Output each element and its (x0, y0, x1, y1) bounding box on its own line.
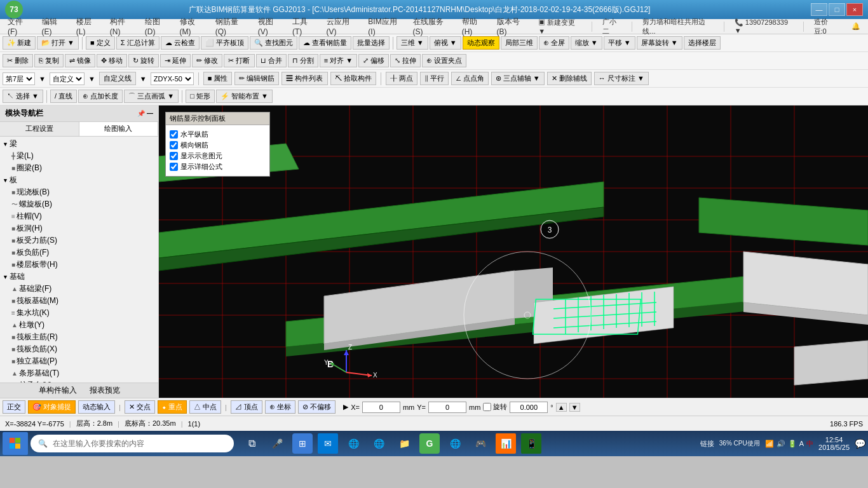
line-button[interactable]: / 直线 (50, 90, 77, 103)
three-d-button[interactable]: 三维 ▼ (397, 36, 428, 50)
zoom-button[interactable]: 缩放 ▼ (571, 36, 602, 50)
object-snap-button[interactable]: 🎯 对象捕捉 (28, 400, 76, 414)
close-button[interactable]: × (846, 3, 863, 16)
menu-draw[interactable]: 绘图(D) (140, 15, 175, 37)
tab-project-settings[interactable]: 工程设置 (0, 122, 79, 136)
menu-steel-qty[interactable]: 钢筋量(Q) (210, 15, 253, 37)
taskbar-icon-g[interactable]: G (419, 433, 440, 454)
stretch-button[interactable]: ⤡ 拉伸 (390, 54, 421, 67)
cross-steel-checkbox[interactable] (170, 141, 178, 149)
taskbar-icon-task-view[interactable]: ⧉ (241, 433, 262, 454)
mirror-button[interactable]: ⇌ 镜像 (65, 54, 95, 67)
three-axis-button[interactable]: ⊛ 三点辅轴 ▼ (491, 72, 545, 85)
maximize-button[interactable]: □ (829, 3, 845, 16)
single-component-tab[interactable]: 单构件输入 (39, 385, 77, 396)
start-button[interactable] (3, 432, 28, 455)
component-table-button[interactable]: ☰ 构件列表 (281, 72, 327, 85)
tree-item-tiaoxing[interactable]: ▲ 条形基础(T) (1, 367, 157, 379)
local-3d-button[interactable]: 局部三维 (501, 36, 538, 50)
menu-tools[interactable]: 工具(T) (287, 15, 322, 37)
dynamic-input-button[interactable]: 动态输入 (78, 400, 115, 414)
taskbar-icon-edge2[interactable]: 🌐 (369, 433, 389, 454)
smart-arrange-button[interactable]: ⚡ 智能布置 ▼ (216, 90, 273, 103)
tree-item-xianjiaob[interactable]: ■ 现浇板(B) (1, 186, 157, 198)
menu-wall-setting[interactable]: 剪力墙和暗柱共用边线... (637, 16, 718, 37)
offset-button[interactable]: ⤢ 偏移 (358, 54, 389, 67)
notification-icon[interactable]: 💬 (855, 438, 865, 449)
merge-button[interactable]: ⊔ 合并 (256, 54, 287, 67)
custom-line-button[interactable]: 自定义线 (99, 72, 136, 85)
pickup-button[interactable]: ⛏ 拾取构件 (330, 72, 376, 85)
delete-button[interactable]: ✂ 删除 (3, 54, 33, 67)
tree-item-loudaib[interactable]: ■ 楼层板带(H) (1, 259, 157, 271)
rect-button[interactable]: □ 矩形 (186, 90, 215, 103)
custom-select[interactable]: 自定义 (50, 72, 85, 85)
rotate-input[interactable] (510, 402, 548, 413)
zdyx-select[interactable]: ZDYX-50 (151, 72, 194, 85)
cloud-check-button[interactable]: ☁ 云检查 (161, 36, 200, 50)
tree-item-jichuliang[interactable]: ▲ 基础梁(F) (1, 283, 157, 295)
split-button[interactable]: ⊓ 分割 (288, 54, 318, 67)
menu-bim[interactable]: BIM应用(I) (363, 15, 407, 37)
del-aux-button[interactable]: ✕ 删除辅线 (547, 72, 592, 85)
flat-button[interactable]: ⬜ 平齐板顶 (201, 36, 248, 50)
minimize-button[interactable]: — (811, 3, 827, 16)
x-input[interactable] (362, 402, 400, 413)
taskbar-icon-explorer[interactable]: 📁 (394, 433, 414, 454)
coord-button[interactable]: ⊕ 坐标 (265, 400, 295, 414)
move-button[interactable]: ✥ 移动 (97, 54, 127, 67)
checkbox-show-formula[interactable]: 显示详细公式 (170, 161, 266, 172)
down-arrow[interactable]: ▼ (569, 403, 580, 412)
report-preview-tab[interactable]: 报表预览 (90, 385, 120, 396)
tree-item-banshouli[interactable]: ■ 板受力筋(S) (1, 234, 157, 247)
modify-button[interactable]: ✏ 修改 (192, 54, 222, 67)
time-block[interactable]: 12:54 2018/5/25 (818, 436, 850, 451)
viewport[interactable]: 3 B Z Y X 钢筋显示控制面板 (159, 105, 868, 398)
menu-cloud[interactable]: 云应用(V) (322, 15, 363, 37)
checkbox-horizontal-steel[interactable]: 水平纵筋 (170, 129, 266, 140)
fullscreen-button[interactable]: ⊕ 全屏 (539, 36, 569, 50)
tree-item-zhum[interactable]: ≡ 柱帽(V) (1, 210, 157, 222)
tree-group-foundation[interactable]: ▼ 基础 (1, 271, 157, 283)
parallel-button[interactable]: ∥ 平行 (420, 72, 449, 85)
break-button[interactable]: ✂ 打断 (224, 54, 254, 67)
vertex-button[interactable]: ⊿ 顶点 (231, 400, 262, 414)
screen-rotate-button[interactable]: 屏幕旋转 ▼ (637, 36, 682, 50)
tree-item-zhudun[interactable]: ▲ 柱墩(Y) (1, 319, 157, 331)
menu-modify[interactable]: 修改(M) (175, 15, 210, 37)
y-input[interactable] (428, 402, 466, 413)
intersection-button[interactable]: ✕ 交点 (125, 400, 155, 414)
set-point-button[interactable]: ⊕ 设置夹点 (422, 54, 466, 67)
ortho-button[interactable]: 正交 (3, 400, 25, 414)
menu-bell[interactable]: 🔔 (846, 21, 865, 32)
tree-item-liang[interactable]: ╋ 梁(L) (1, 150, 157, 162)
tree-group-beam[interactable]: ▼ 梁 (1, 138, 157, 150)
menu-phone[interactable]: 📞 13907298339 ▼ (729, 17, 798, 36)
tree-item-fazhujin[interactable]: ■ 筏板主筋(R) (1, 331, 157, 343)
rotate-button[interactable]: ↻ 旋转 (128, 54, 159, 67)
tree-item-duli[interactable]: ■ 独立基础(P) (1, 355, 157, 367)
menu-price-bean[interactable]: 造价豆:0 (809, 16, 844, 37)
up-arrow[interactable]: ▲ (556, 403, 567, 412)
open-button[interactable]: 📂 打开 ▼ (37, 36, 79, 50)
endpoint-button[interactable]: ⬥ 重点 (158, 400, 187, 414)
taskbar-icon-ie[interactable]: 🌐 (445, 433, 465, 454)
menu-floor[interactable]: 楼层(L) (71, 15, 105, 37)
taskbar-icon-apps[interactable]: ⊞ (292, 433, 313, 454)
taskbar-icon-phone[interactable]: 📱 (521, 433, 541, 454)
tree-item-luoxuanb[interactable]: 〜 螺旋板(B) (1, 198, 157, 210)
tab-drawing-input[interactable]: 绘图输入 (79, 122, 159, 136)
taskbar-icon-edge1[interactable]: 🌐 (343, 433, 363, 454)
no-offset-button[interactable]: ⊘ 不偏移 (298, 400, 336, 414)
menu-company[interactable]: 广小二 (597, 16, 627, 37)
find-elem-button[interactable]: 🔍 查找图元 (250, 36, 297, 50)
taskbar-search[interactable]: 🔍 在这里输入你要搜索的内容 (31, 435, 234, 452)
calc-button[interactable]: Σ 汇总计算 (116, 36, 159, 50)
new-button[interactable]: ✨ 新建 (3, 36, 36, 50)
copy-button[interactable]: ⎘ 复制 (34, 54, 64, 67)
tree-item-fajin[interactable]: ■ 筏板负筋(X) (1, 343, 157, 355)
dim-button[interactable]: ↔ 尺寸标注 ▼ (594, 72, 649, 85)
show-diagram-checkbox[interactable] (170, 152, 178, 160)
show-formula-checkbox[interactable] (170, 163, 178, 171)
select-button[interactable]: ↖ 选择 ▼ (3, 90, 43, 103)
